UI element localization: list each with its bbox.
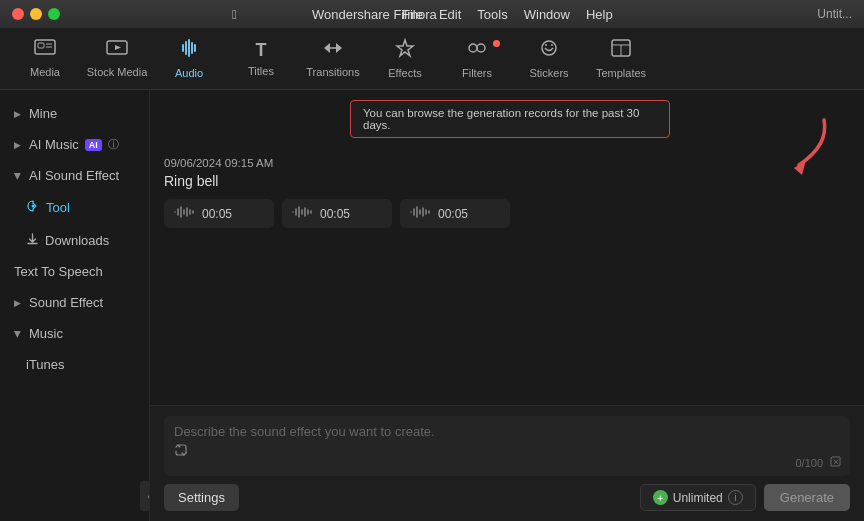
right-controls: + Unlimited i Generate	[640, 484, 850, 511]
close-button[interactable]	[12, 8, 24, 20]
tab-effects[interactable]: Effects	[370, 32, 440, 86]
menu-bar: File Edit Tools Window Help	[402, 7, 613, 22]
sidebar-item-itunes[interactable]: iTunes	[0, 349, 149, 380]
generate-footer: Settings + Unlimited i Generate	[164, 484, 850, 511]
templates-label: Templates	[596, 67, 646, 79]
toolbar: Media Stock Media Audio T Titles	[0, 28, 864, 90]
transitions-icon	[322, 39, 344, 62]
tab-media[interactable]: Media	[10, 32, 80, 86]
titlebar:  Wondershare Filmora File Edit Tools Wi…	[0, 0, 864, 28]
char-count-value: 0/100	[795, 457, 823, 469]
tab-stock-media[interactable]: Stock Media	[82, 32, 152, 86]
filters-icon	[466, 38, 488, 63]
tab-transitions[interactable]: Transitions	[298, 32, 368, 86]
titles-icon: T	[256, 40, 267, 61]
filters-label: Filters	[462, 67, 492, 79]
sound-description-input[interactable]: Describe the sound effect you want to cr…	[164, 416, 850, 476]
apple-icon: 	[232, 7, 237, 22]
audio-label: Audio	[175, 67, 203, 79]
menu-window[interactable]: Window	[524, 7, 570, 22]
sidebar-item-tool[interactable]: Tool	[0, 191, 149, 224]
audio-duration-1: 00:05	[202, 207, 232, 221]
audio-duration-3: 00:05	[438, 207, 468, 221]
tab-templates[interactable]: Templates	[586, 32, 656, 86]
ai-music-ai-badge: AI	[85, 139, 102, 151]
ai-music-chevron-icon: ▶	[14, 140, 21, 150]
waveform-icon-1	[174, 205, 196, 222]
svg-point-15	[32, 205, 35, 208]
downloads-icon	[26, 232, 39, 248]
tab-stickers[interactable]: Stickers	[514, 32, 584, 86]
menu-file[interactable]: File	[402, 7, 423, 22]
stock-media-icon	[106, 39, 128, 62]
sidebar-item-mine-label: Mine	[29, 106, 57, 121]
menu-edit[interactable]: Edit	[439, 7, 461, 22]
sidebar-item-sound-effect-label: Sound Effect	[29, 295, 103, 310]
svg-point-10	[545, 44, 547, 46]
sidebar-item-ai-sound-label: AI Sound Effect	[29, 168, 119, 183]
char-count: 0/100	[795, 455, 842, 470]
audio-item-2[interactable]: 00:05	[282, 199, 392, 228]
delete-icon	[829, 455, 842, 470]
mine-chevron-icon: ▶	[14, 109, 21, 119]
sidebar-item-tool-label: Tool	[46, 200, 70, 215]
main-layout: ▶ Mine ▶ AI Music AI ⓘ ▶ AI Sound Effect…	[0, 90, 864, 521]
menu-tools[interactable]: Tools	[477, 7, 507, 22]
sidebar-item-ai-music[interactable]: ▶ AI Music AI ⓘ	[0, 129, 149, 160]
sidebar-item-sound-effect[interactable]: ▶ Sound Effect	[0, 287, 149, 318]
titles-label: Titles	[248, 65, 274, 77]
sidebar-item-music-label: Music	[29, 326, 63, 341]
maximize-button[interactable]	[48, 8, 60, 20]
sound-effect-chevron-icon: ▶	[14, 298, 21, 308]
sidebar-item-mine[interactable]: ▶ Mine	[0, 98, 149, 129]
sidebar-item-downloads-label: Downloads	[45, 233, 109, 248]
sidebar: ▶ Mine ▶ AI Music AI ⓘ ▶ AI Sound Effect…	[0, 90, 150, 521]
input-placeholder: Describe the sound effect you want to cr…	[174, 424, 840, 439]
sidebar-item-text-to-speech[interactable]: Text To Speech	[0, 256, 149, 287]
sidebar-item-ai-sound-effect[interactable]: ▶ AI Sound Effect	[0, 160, 149, 191]
audio-icon	[178, 38, 200, 63]
media-label: Media	[30, 66, 60, 78]
traffic-lights	[12, 8, 60, 20]
media-icon	[34, 39, 56, 62]
effects-label: Effects	[388, 67, 421, 79]
menu-help[interactable]: Help	[586, 7, 613, 22]
sidebar-item-music[interactable]: ▶ Music	[0, 318, 149, 349]
audio-item-3[interactable]: 00:05	[400, 199, 510, 228]
stickers-label: Stickers	[529, 67, 568, 79]
stickers-icon	[538, 38, 560, 63]
plus-circle-icon: +	[653, 490, 668, 505]
waveform-icon-3	[410, 205, 432, 222]
window-title: Untit...	[817, 7, 852, 21]
sidebar-item-ai-music-label: AI Music	[29, 137, 79, 152]
effects-icon	[394, 38, 416, 63]
ai-music-info-icon: ⓘ	[108, 137, 119, 152]
svg-marker-5	[115, 45, 121, 50]
svg-point-11	[551, 44, 553, 46]
svg-rect-1	[38, 43, 44, 48]
stock-media-label: Stock Media	[87, 66, 148, 78]
minimize-button[interactable]	[30, 8, 42, 20]
content-area: You can browse the generation records fo…	[150, 90, 864, 521]
tooltip-banner: You can browse the generation records fo…	[350, 100, 670, 138]
tab-filters[interactable]: Filters	[442, 32, 512, 86]
tab-audio[interactable]: Audio	[154, 32, 224, 86]
sidebar-item-tts-label: Text To Speech	[14, 264, 103, 279]
svg-point-7	[469, 44, 477, 52]
audio-item-1[interactable]: 00:05	[164, 199, 274, 228]
tab-titles[interactable]: T Titles	[226, 32, 296, 86]
unlimited-button[interactable]: + Unlimited i	[640, 484, 756, 511]
sidebar-collapse-button[interactable]: ‹	[140, 481, 150, 511]
shuffle-icon[interactable]	[174, 443, 840, 460]
arrow-indicator	[744, 110, 834, 184]
svg-point-9	[542, 41, 556, 55]
svg-point-8	[477, 44, 485, 52]
generate-area: Describe the sound effect you want to cr…	[150, 405, 864, 521]
settings-button[interactable]: Settings	[164, 484, 239, 511]
unlimited-label: Unlimited	[673, 491, 723, 505]
transitions-label: Transitions	[306, 66, 359, 78]
waveform-icon-2	[292, 205, 314, 222]
generate-button[interactable]: Generate	[764, 484, 850, 511]
sidebar-item-downloads[interactable]: Downloads	[0, 224, 149, 256]
music-chevron-icon: ▶	[13, 330, 23, 337]
